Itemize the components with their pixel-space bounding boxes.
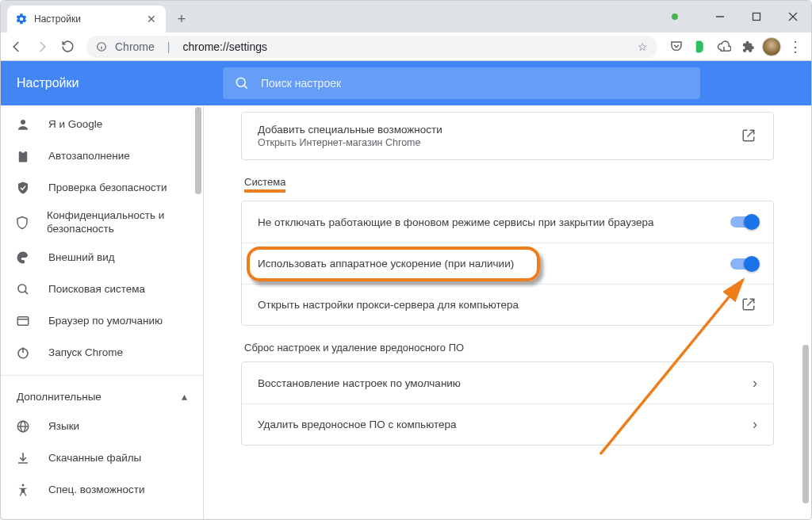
- chevron-up-icon: ▴: [182, 390, 187, 403]
- sidebar-scrollbar[interactable]: [193, 105, 203, 519]
- extensions-puzzle-icon[interactable]: [738, 37, 757, 56]
- hardware-acceleration-toggle[interactable]: [730, 258, 757, 270]
- svg-point-10: [21, 120, 25, 124]
- forward-button[interactable]: [31, 36, 53, 58]
- settings-content: Добавить специальные возможности Открыть…: [204, 105, 811, 519]
- sidebar-item-label: Браузер по умолчанию: [48, 315, 163, 328]
- shield-check-icon: [15, 181, 31, 195]
- tab-strip: Настройки ✕ +: [1, 1, 811, 32]
- sidebar-item-languages[interactable]: Языки: [1, 411, 203, 442]
- sidebar-item-label: Внешний вид: [48, 251, 115, 265]
- settings-header: Настройки: [1, 61, 811, 105]
- maximize-button[interactable]: [738, 4, 775, 29]
- url-separator: |: [163, 40, 175, 53]
- row-subtitle: Открыть Интернет-магазин Chrome: [258, 137, 442, 148]
- toolbar: Chrome | chrome://settings ☆ ⋮: [1, 32, 811, 61]
- sidebar-item-accessibility[interactable]: Спец. возможности: [1, 474, 203, 506]
- settings-body: Я и Google Автозаполнение Проверка безоп…: [1, 105, 811, 519]
- row-label: Открыть настройки прокси-сервера для ком…: [258, 299, 519, 311]
- tab-title: Настройки: [34, 13, 81, 25]
- search-icon: [234, 75, 250, 91]
- search-icon: [15, 282, 31, 296]
- sidebar-item-label: Языки: [48, 420, 79, 434]
- restore-defaults-row[interactable]: Восстановление настроек по умолчанию ›: [242, 362, 773, 403]
- proxy-settings-row[interactable]: Открыть настройки прокси-сервера для ком…: [242, 284, 773, 325]
- svg-line-26: [748, 299, 754, 305]
- svg-line-25: [748, 130, 754, 136]
- sidebar-item-label: Автозаполнение: [48, 150, 130, 163]
- sidebar: Я и Google Автозаполнение Проверка безоп…: [1, 105, 204, 519]
- row-label: Удалить вредоносное ПО с компьютера: [258, 419, 457, 430]
- address-bar[interactable]: Chrome | chrome://settings ☆: [86, 36, 657, 58]
- reload-button[interactable]: [56, 36, 79, 58]
- url-path: chrome://settings: [182, 40, 267, 53]
- back-button[interactable]: [6, 36, 28, 58]
- row-label: Восстановление настроек по умолчанию: [258, 377, 461, 389]
- gear-icon: [15, 13, 28, 25]
- palette-icon: [15, 250, 31, 265]
- open-external-icon: [741, 128, 757, 144]
- browser-icon: [15, 314, 31, 328]
- chevron-right-icon: ›: [753, 416, 757, 433]
- content-scrollbar[interactable]: [800, 105, 811, 519]
- system-section-title: Система: [244, 176, 285, 193]
- sidebar-item-label: Скачанные файлы: [48, 452, 141, 465]
- sidebar-item-autofill[interactable]: Автозаполнение: [1, 140, 203, 172]
- sidebar-item-search-engine[interactable]: Поисковая система: [1, 273, 203, 305]
- pocket-icon[interactable]: [667, 37, 686, 56]
- sidebar-item-on-startup[interactable]: Запуск Chrome: [1, 337, 203, 369]
- close-window-button[interactable]: [775, 4, 811, 29]
- svg-line-14: [25, 292, 28, 294]
- sidebar-item-appearance[interactable]: Внешний вид: [1, 242, 203, 273]
- download-icon: [15, 451, 31, 465]
- minimize-button[interactable]: [702, 4, 738, 29]
- sidebar-item-label: Запуск Chrome: [48, 346, 123, 360]
- svg-rect-1: [753, 13, 760, 21]
- clipboard-icon: [15, 149, 31, 163]
- url-host: Chrome: [115, 40, 155, 53]
- system-card: Не отключать работающие в фоновом режиме…: [241, 201, 774, 326]
- row-label: Использовать аппаратное ускорение (при н…: [258, 258, 514, 270]
- sidebar-item-you-and-google[interactable]: Я и Google: [1, 109, 203, 140]
- sidebar-item-label: Конфиденциальность и безопасность: [47, 209, 189, 236]
- browser-window: Настройки ✕ + Chrome | chrome://settings…: [0, 0, 812, 520]
- reset-card: Восстановление настроек по умолчанию › У…: [241, 361, 774, 445]
- row-label: Не отключать работающие в фоновом режиме…: [258, 216, 653, 228]
- sidebar-item-privacy[interactable]: Конфиденциальность и безопасность: [1, 204, 203, 242]
- extension-icons: ⋮: [665, 37, 806, 56]
- open-external-icon: [741, 297, 757, 313]
- profile-avatar[interactable]: [762, 37, 781, 56]
- globe-icon: [15, 419, 31, 434]
- new-tab-button[interactable]: +: [170, 8, 193, 30]
- row-title: Добавить специальные возможности: [258, 124, 442, 136]
- sidebar-item-downloads[interactable]: Скачанные файлы: [1, 442, 203, 474]
- settings-search[interactable]: [223, 67, 700, 99]
- sidebar-advanced-toggle[interactable]: Дополнительные ▴: [1, 382, 203, 411]
- svg-point-24: [22, 484, 25, 487]
- reset-section-title: Сброс настроек и удаление вредоносного П…: [244, 342, 464, 354]
- extension-cloud-icon[interactable]: [714, 37, 733, 56]
- svg-rect-11: [19, 151, 28, 162]
- background-services-row[interactable]: Не отключать работающие в фоновом режиме…: [242, 201, 773, 243]
- menu-button[interactable]: ⋮: [786, 37, 805, 56]
- svg-rect-15: [17, 317, 29, 326]
- hardware-acceleration-row[interactable]: Использовать аппаратное ускорение (при н…: [242, 243, 773, 284]
- advanced-label: Дополнительные: [17, 391, 102, 403]
- tab-settings[interactable]: Настройки ✕: [7, 6, 166, 32]
- background-services-toggle[interactable]: [730, 216, 757, 228]
- close-tab-button[interactable]: ✕: [145, 13, 158, 25]
- search-input[interactable]: [261, 77, 689, 90]
- svg-point-8: [236, 78, 245, 86]
- site-info-icon[interactable]: [96, 41, 107, 52]
- svg-point-13: [18, 285, 26, 292]
- evernote-icon[interactable]: [691, 37, 710, 56]
- accessibility-add-card[interactable]: Добавить специальные возможности Открыть…: [241, 112, 774, 160]
- cleanup-computer-row[interactable]: Удалить вредоносное ПО с компьютера ›: [242, 403, 773, 445]
- bookmark-star-icon[interactable]: ☆: [638, 40, 648, 53]
- accessibility-icon: [15, 483, 31, 497]
- sidebar-item-default-browser[interactable]: Браузер по умолчанию: [1, 305, 203, 337]
- svg-rect-12: [21, 151, 25, 153]
- sidebar-item-safety-check[interactable]: Проверка безопасности: [1, 172, 203, 204]
- status-dot-icon: [672, 13, 678, 20]
- sidebar-item-label: Я и Google: [48, 118, 102, 132]
